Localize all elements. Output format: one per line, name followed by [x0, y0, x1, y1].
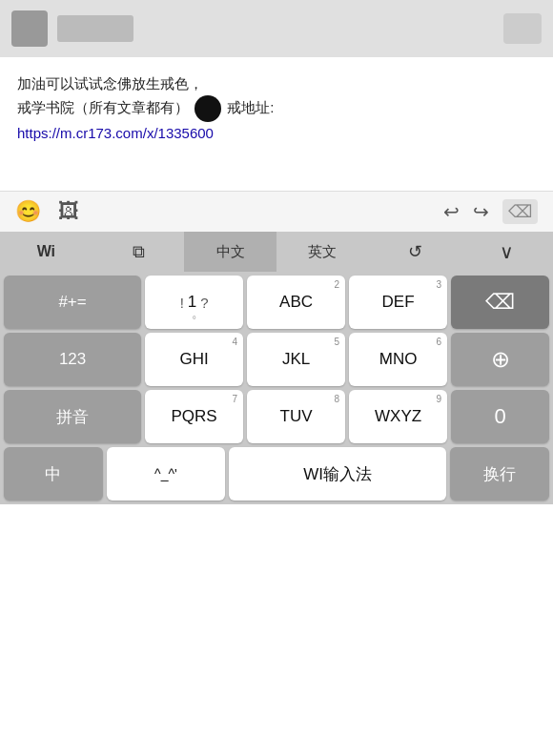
avatar [11, 10, 48, 47]
key-tuv[interactable]: 8 TUV [247, 390, 345, 443]
keyboard: #+= ! 1 ? ° 2 ABC 3 DEF ⌫ 123 4 [0, 272, 553, 504]
key-pinyin[interactable]: 拼音 [4, 390, 141, 443]
key-def[interactable]: 3 DEF [349, 276, 447, 329]
key-pqrs[interactable]: 7 PQRS [145, 390, 243, 443]
key-0[interactable]: 0 [451, 390, 549, 443]
blob-icon [195, 95, 221, 122]
ime-copy-button[interactable]: ⧉ [92, 232, 185, 272]
key-abc[interactable]: 2 ABC [247, 276, 345, 329]
ime-more-button[interactable]: ∨ [461, 232, 553, 272]
key-nav[interactable]: ⊕ [451, 333, 549, 386]
key-mno[interactable]: 6 MNO [349, 333, 447, 386]
key-zh[interactable]: 中 [4, 447, 103, 501]
key-row-2: 123 4 GHI 5 JKL 6 MNO ⊕ [4, 333, 549, 386]
text-line2: 戒学书院（所有文章都有） [17, 99, 189, 115]
undo-button[interactable]: ↩ [443, 200, 460, 223]
key-123[interactable]: 123 [4, 333, 141, 386]
ime-switcher: Wi ⧉ 中文 英文 ↺ ∨ [0, 232, 553, 272]
ime-chinese-label: 中文 [216, 243, 245, 261]
redo-button[interactable]: ↪ [473, 200, 489, 223]
content-area: 加油可以试试念佛放生戒色， 戒学书院（所有文章都有） 戒地址: https://… [0, 57, 553, 191]
toolbar-right: ↩ ↪ ⌫ [443, 199, 538, 224]
ime-wi-button[interactable]: Wi [0, 232, 92, 272]
top-bar-action[interactable] [503, 13, 542, 44]
image-button[interactable]: 🖼 [58, 199, 79, 224]
backspace-icon: ⌫ [485, 290, 515, 315]
ime-chinese-button[interactable]: 中文 [184, 232, 276, 272]
key-ghi[interactable]: 4 GHI [145, 333, 243, 386]
key-row-1: #+= ! 1 ? ° 2 ABC 3 DEF ⌫ [4, 276, 549, 329]
key-symbols[interactable]: #+= [4, 276, 141, 329]
key-jkl[interactable]: 5 JKL [247, 333, 345, 386]
ime-wi-label: Wi [37, 243, 55, 260]
key-enter[interactable]: 换行 [450, 447, 549, 501]
key-backspace[interactable]: ⌫ [451, 276, 549, 329]
top-bar [0, 0, 553, 57]
nav-icon: ⊕ [491, 346, 510, 373]
key-pinyin-label: 拼音 [56, 406, 89, 428]
ime-english-label: 英文 [308, 243, 337, 261]
chevron-down-icon: ∨ [500, 240, 514, 263]
delete-button[interactable]: ⌫ [502, 199, 538, 224]
key-1[interactable]: ! 1 ? ° [145, 276, 243, 329]
editor-toolbar: 😊 🖼 ↩ ↪ ⌫ [0, 191, 553, 232]
text-label: 戒地址: [227, 99, 274, 115]
key-123-label: 123 [59, 350, 86, 369]
text-url: https://m.cr173.com/x/1335600 [17, 125, 214, 141]
ime-english-button[interactable]: 英文 [276, 232, 369, 272]
key-caret[interactable]: ^_^' [107, 447, 225, 501]
key-wxyz[interactable]: 9 WXYZ [349, 390, 447, 443]
key-row-3: 拼音 7 PQRS 8 TUV 9 WXYZ 0 [4, 390, 549, 443]
ime-reset-button[interactable]: ↺ [369, 232, 461, 272]
reset-icon: ↺ [408, 241, 422, 262]
ime-copy-icon: ⧉ [133, 242, 145, 262]
text-line1: 加油可以试试念佛放生戒色， [17, 75, 203, 92]
emoji-button[interactable]: 😊 [15, 199, 41, 224]
key-wi-input[interactable]: WI输入法 [229, 447, 446, 501]
key-symbols-label: #+= [58, 293, 86, 312]
contact-name [57, 15, 133, 42]
content-text: 加油可以试试念佛放生戒色， 戒学书院（所有文章都有） 戒地址: https://… [17, 72, 536, 145]
key-row-4: 中 ^_^' WI输入法 换行 [4, 447, 549, 501]
